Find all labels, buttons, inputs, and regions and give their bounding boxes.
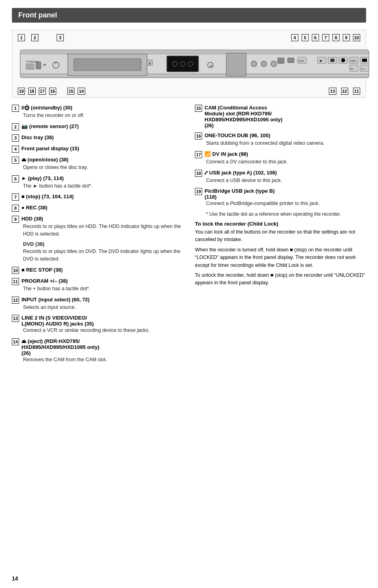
item-13-label: LINE 2 IN (S VIDEO/VIDEO/L(MONO) AUDIO R…	[21, 315, 94, 327]
label-1: 1	[18, 34, 25, 41]
svg-text:▲: ▲	[148, 61, 151, 65]
item-8: 8 ● REC (38)	[12, 205, 183, 212]
item-1: 1 I/⏻ (on/standby) (30) Turns the record…	[12, 105, 183, 119]
svg-text:▲: ▲	[209, 63, 213, 67]
item-16-body: Starts dubbing from a connected digital …	[206, 140, 366, 147]
device-svg: PictBridge ⇌ ▲ ▶	[16, 42, 373, 86]
item-14-body: Removes the CAM from the CAM slot.	[23, 356, 183, 364]
item-2-number: 2	[12, 123, 19, 130]
svg-rect-20	[330, 59, 334, 62]
item-9-label: HDD (38)	[21, 216, 43, 222]
label-18: 18	[28, 88, 35, 95]
item-19-body: Connect a PictBridge-compatible printer …	[206, 200, 366, 207]
item-5-body: Opens or closes the disc tray.	[23, 164, 183, 171]
item-9-sub-dvd-title: DVD (38)	[23, 240, 183, 248]
svg-text:+/–: +/–	[361, 67, 366, 71]
item-14-number: 14	[12, 338, 19, 345]
item-18-label: ⑇ USB jack (type A) (102, 108)	[204, 170, 277, 176]
svg-point-32	[261, 61, 267, 67]
item-13-number: 13	[12, 315, 19, 322]
item-7-number: 7	[12, 193, 19, 201]
item-7-label: ■ (stop) (73, 104, 114)	[21, 193, 74, 199]
item-4: 4 Front panel display (15)	[12, 146, 183, 153]
item-2: 2 📷 (remote sensor) (27)	[12, 123, 183, 130]
item-13-body: Connect a VCR or similar recording devic…	[23, 327, 183, 334]
lock-section: To lock the recorder (Child Lock) You ca…	[195, 221, 366, 287]
lock-para-2: When the recorder is turned off, hold do…	[195, 246, 366, 269]
label-14: 14	[78, 88, 85, 95]
item-1-label: I/⏻ (on/standby) (30)	[21, 105, 73, 111]
svg-point-31	[251, 61, 257, 67]
label-7: 7	[322, 34, 329, 41]
item-5: 5 ⏏ (open/close) (38) Opens or closes th…	[12, 157, 183, 171]
item-15: 15 CAM (Conditional AccessModule) slot (…	[195, 105, 366, 128]
device-illustration: PictBridge ⇌ ▲ ▶	[16, 42, 362, 87]
item-18: 18 ⑇ USB jack (type A) (102, 108) Connec…	[195, 170, 366, 184]
item-13: 13 LINE 2 IN (S VIDEO/VIDEO/L(MONO) AUDI…	[12, 315, 183, 334]
label-19: 19	[18, 88, 25, 95]
item-6-label: ► (play) (73, 114)	[21, 175, 64, 181]
item-3: 3 Disc tray (38)	[12, 134, 183, 142]
top-labels-left: 1 2 3	[18, 34, 64, 41]
footnote: * Use the tactile dot as a reference whe…	[206, 211, 366, 217]
label-9: 9	[343, 34, 350, 41]
item-10: 10 ■ REC STOP (38)	[12, 267, 183, 274]
item-17-body: Connect a DV camcorder to this jack.	[206, 158, 366, 166]
item-1-body: Turns the recorder on or off.	[23, 112, 183, 119]
label-10: 10	[353, 34, 360, 41]
page-number: 14	[12, 575, 18, 582]
item-3-number: 3	[12, 134, 19, 142]
item-6: 6 ► (play) (73, 114) The ► button has a …	[12, 175, 183, 190]
svg-rect-5	[36, 62, 41, 69]
item-16: 16 ONE-TOUCH DUB (96, 100) Starts dubbin…	[195, 132, 366, 147]
item-19: 19 PictBridge USB jack (type B)(118) Con…	[195, 188, 366, 207]
label-5: 5	[302, 34, 309, 41]
svg-text:⇌: ⇌	[43, 63, 46, 67]
item-2-label: 📷 (remote sensor) (27)	[21, 123, 79, 129]
item-8-label: ● REC (38)	[21, 205, 48, 211]
bottom-labels-row: 19 18 17 16 15 14 13 12 11	[16, 88, 362, 95]
item-11: 11 PROGRAM +/– (38) The + button has a t…	[12, 278, 183, 293]
left-column: 1 I/⏻ (on/standby) (30) Turns the record…	[12, 105, 183, 368]
item-14: 14 ⏏ (eject) (RDR-HXD795/HXD895/HXD995/H…	[12, 338, 183, 364]
svg-rect-11	[167, 56, 199, 72]
item-12-body: Selects an input source.	[23, 304, 183, 311]
svg-rect-38	[288, 58, 294, 63]
item-17: 17 📶 DV IN jack (98) Connect a DV camcor…	[195, 151, 366, 166]
svg-rect-1	[20, 50, 369, 54]
item-9-body: Records to or plays titles on HDD. The H…	[23, 223, 183, 263]
bottom-labels-left: 19 18 17 16 15 14	[18, 88, 85, 95]
bottom-labels-right: 13 12 11	[329, 88, 360, 95]
item-18-number: 18	[195, 170, 202, 177]
item-3-label: Disc tray (38)	[21, 134, 54, 140]
lock-para-3: To unlock the recorder, hold down ■ (sto…	[195, 272, 366, 287]
item-10-number: 10	[12, 267, 19, 274]
label-11: 11	[353, 88, 360, 95]
lock-section-title: To lock the recorder (Child Lock)	[195, 221, 366, 227]
item-14-label: ⏏ (eject) (RDR-HXD795/HXD895/HXD995/HXD1…	[21, 338, 99, 356]
item-12-label: INPUT (input select) (60, 72)	[21, 297, 90, 303]
item-16-number: 16	[195, 132, 202, 140]
svg-point-33	[271, 61, 277, 67]
item-9-sub-dvd: DVD (38) Records to or plays titles on D…	[23, 240, 183, 263]
item-12-number: 12	[12, 297, 19, 304]
item-11-label: PROGRAM +/– (38)	[21, 278, 68, 284]
item-5-label: ⏏ (open/close) (38)	[21, 157, 69, 163]
label-12: 12	[341, 88, 348, 95]
label-3: 3	[57, 34, 64, 41]
label-16: 16	[49, 88, 56, 95]
label-2: 2	[31, 34, 38, 41]
item-5-number: 5	[12, 157, 19, 164]
svg-text:▶: ▶	[320, 59, 323, 63]
item-18-body: Connect a USB device to this jack.	[206, 177, 366, 184]
right-column: 15 CAM (Conditional AccessModule) slot (…	[195, 105, 366, 368]
svg-rect-26	[362, 59, 367, 62]
front-panel-diagram: 1 2 3 4 5 6 7 8 9 10 PictBridge	[12, 30, 366, 98]
item-19-label: PictBridge USB jack (type B)(118)	[204, 188, 275, 200]
label-17: 17	[39, 88, 46, 95]
content-area: 1 I/⏻ (on/standby) (30) Turns the record…	[12, 105, 366, 368]
svg-text:IN: IN	[350, 67, 353, 70]
item-12: 12 INPUT (input select) (60, 72) Selects…	[12, 297, 183, 311]
lock-para-1: You can lock all of the buttons on the r…	[195, 228, 366, 244]
label-15: 15	[67, 88, 74, 95]
